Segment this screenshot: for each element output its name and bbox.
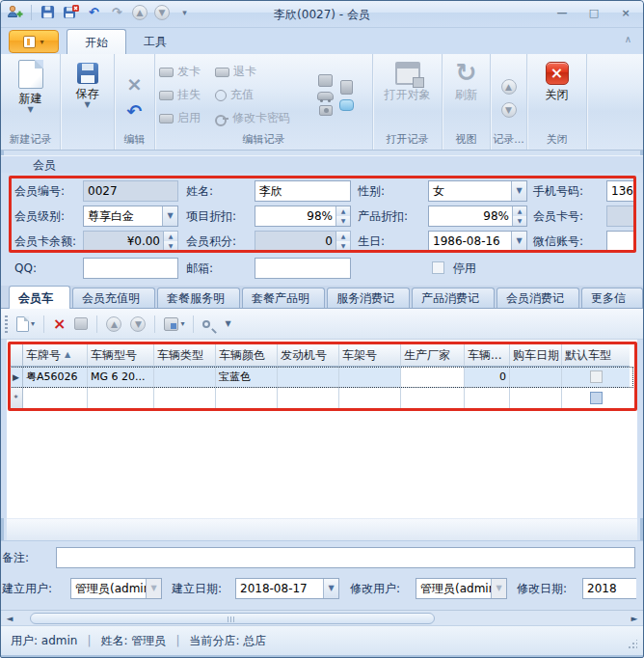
created-date-dropdown-icon[interactable]: ▼	[323, 579, 338, 598]
window-title: 李欣(0027) - 会员	[1, 1, 643, 28]
new-row-icon	[16, 316, 29, 332]
enable-card-button[interactable]: 启用	[155, 107, 211, 130]
refresh-button[interactable]: ↻ 刷新	[447, 58, 486, 132]
app-menu-icon	[23, 36, 36, 48]
tab-package-product-details[interactable]: 套餐产品明细	[242, 288, 325, 308]
tab-member-consumption[interactable]: 会员消费记录	[496, 288, 579, 308]
ribbon-tab-start[interactable]: 开始	[67, 29, 126, 54]
created-by-dropdown-icon: ▼	[146, 579, 161, 598]
recharge-icon	[215, 90, 227, 101]
scrollbar-thumb[interactable]	[30, 613, 435, 624]
enable-card-icon	[159, 114, 174, 123]
export-button[interactable]: ▾	[164, 317, 184, 331]
report-loss-icon	[159, 91, 174, 100]
ribbon-group-record-nav: ▲ ▼ 记录...	[491, 54, 527, 150]
vehicle-grid-toolbar: ▾ × ▲ ▼ ▾ ▼	[1, 309, 643, 340]
tab-member-vehicles[interactable]: 会员车辆	[9, 286, 70, 309]
minimize-button[interactable]: —	[554, 7, 570, 20]
tab-more-info[interactable]: 更多信息	[581, 288, 643, 308]
member-section-title: 会员	[1, 155, 643, 173]
resize-grip[interactable]	[628, 640, 637, 649]
tab-service-consumption[interactable]: 服务消费记录	[327, 288, 410, 308]
return-card-icon	[215, 68, 229, 77]
phone-icon[interactable]	[340, 80, 353, 95]
qq-label: QQ:	[14, 258, 37, 279]
table-highlight-box	[8, 342, 637, 411]
new-button[interactable]: 新建 ▼	[11, 58, 51, 132]
previous-record-icon[interactable]: ▲	[501, 79, 517, 95]
recharge-button[interactable]: 充值	[211, 84, 311, 107]
photo-icon[interactable]	[319, 105, 333, 116]
email-field[interactable]	[255, 258, 351, 279]
cancel-edit-icon[interactable]: ×	[126, 74, 143, 94]
modified-date-field[interactable]: 2018	[582, 578, 636, 599]
ribbon-group-view: ↻ 刷新 视图	[443, 54, 491, 150]
titlebar: ↶ ↷ ▲ ▼ ▾ 李欣(0027) - 会员 — □ ×	[1, 1, 643, 28]
created-by-label: 建立用户:	[2, 578, 52, 599]
group-label-edit: 编辑	[115, 132, 154, 150]
issue-card-button[interactable]: 发卡	[155, 61, 211, 84]
vehicle-icon[interactable]	[317, 92, 334, 100]
add-vehicle-button[interactable]: ▾	[16, 316, 35, 332]
detail-tab-strip: 会员车辆 会员充值明细 套餐服务明细 套餐产品明细 服务消费记录 产品消费记录 …	[1, 286, 643, 309]
maximize-button[interactable]: □	[586, 7, 602, 20]
close-form-button[interactable]: × 关闭	[538, 58, 577, 132]
group-label-record: 记录...	[491, 132, 526, 150]
toolbar-overflow-icon[interactable]: ▼	[225, 319, 230, 328]
created-date-field[interactable]: 2018-08-17▼	[235, 578, 339, 599]
row-up-icon[interactable]: ▲	[106, 316, 121, 332]
ribbon-tab-tools[interactable]: 工具	[126, 29, 184, 54]
group-label-save	[61, 132, 114, 150]
ribbon-collapse-icon[interactable]: ∧	[625, 34, 631, 44]
card-reader-icon[interactable]	[318, 74, 333, 87]
next-record-icon[interactable]: ▼	[501, 102, 517, 118]
modified-by-label: 修改用户:	[350, 578, 400, 599]
grid-footer-strip	[7, 518, 637, 540]
open-object-button[interactable]: 打开对象	[377, 58, 439, 132]
ribbon-tab-row: ▾ 开始 工具 ∧	[1, 28, 643, 54]
status-bar: 用户: admin | 姓名: 管理员 | 当前分店: 总店	[1, 625, 643, 655]
remark-label: 备注:	[2, 547, 29, 568]
disable-checkbox-row: 停用	[432, 258, 476, 279]
ribbon-group-save: 保存 ▼	[61, 54, 115, 150]
open-object-icon	[395, 62, 420, 85]
email-label: 邮箱:	[186, 258, 213, 279]
change-card-password-button[interactable]: 修改卡密码	[211, 107, 311, 130]
remark-field[interactable]	[56, 547, 635, 568]
created-date-label: 建立日期:	[172, 578, 222, 599]
disable-label: 停用	[453, 261, 476, 275]
scroll-left-icon[interactable]: ◄	[4, 613, 15, 624]
return-card-button[interactable]: 退卡	[211, 61, 311, 84]
ribbon-group-open: 打开对象 打开记录	[373, 54, 443, 150]
disable-checkbox[interactable]	[432, 261, 444, 274]
report-loss-button[interactable]: 挂失	[155, 84, 211, 107]
application-menu-button[interactable]: ▾	[9, 30, 59, 53]
ribbon: 新建 ▼ 新建记录 保存 ▼ × ↶ 编辑	[1, 54, 643, 151]
app-menu-caret-icon: ▾	[40, 38, 43, 46]
undo-edit-icon[interactable]: ↶	[127, 102, 143, 120]
ribbon-group-edit-record: 发卡 退卡 挂失 充值 启用 修改卡密码	[155, 54, 373, 150]
modified-date-label: 修改日期:	[517, 578, 567, 599]
tab-recharge-details[interactable]: 会员充值明细	[72, 288, 155, 308]
qq-field[interactable]	[83, 258, 178, 279]
delete-row-icon[interactable]: ×	[53, 316, 66, 332]
status-name: 姓名: 管理员	[101, 633, 167, 649]
find-icon[interactable]	[202, 320, 210, 328]
horizontal-scrollbar[interactable]: ◄ ►	[1, 610, 643, 625]
save-button[interactable]: 保存 ▼	[68, 58, 107, 132]
close-form-icon: ×	[546, 62, 569, 85]
group-label-close: 关闭	[527, 132, 586, 150]
copy-row-icon[interactable]	[74, 317, 88, 330]
form-highlight-box	[9, 176, 636, 253]
row-down-icon[interactable]: ▼	[130, 316, 146, 332]
status-user: 用户: admin	[11, 633, 77, 649]
close-button[interactable]: ×	[618, 7, 633, 20]
status-branch: 当前分店: 总店	[189, 633, 266, 649]
tab-package-service-details[interactable]: 套餐服务明细	[157, 288, 240, 308]
sms-icon[interactable]	[339, 99, 354, 111]
export-icon	[164, 317, 178, 331]
scroll-right-icon[interactable]: ►	[629, 613, 640, 624]
modified-by-field: 管理员(admin)▼	[416, 578, 507, 599]
tab-product-consumption[interactable]: 产品消费记录	[412, 288, 495, 308]
grip-handle[interactable]	[5, 315, 8, 333]
